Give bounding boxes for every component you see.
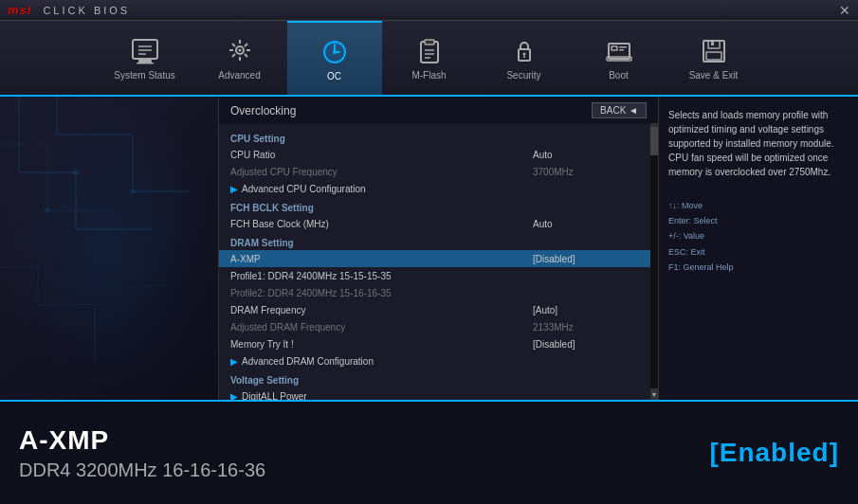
svg-point-35 (73, 170, 79, 175)
setting-name: CPU Ratio (230, 150, 533, 160)
close-button[interactable]: ✕ (839, 3, 850, 18)
title-bar: msi CLICK BIOS ✕ (0, 0, 858, 21)
svg-rect-28 (612, 46, 617, 50)
security-icon (507, 36, 541, 66)
setting-name: Profile1: DDR4 2400MHz 15-15-15-35 (230, 271, 647, 281)
setting-name: Memory Try It ! (230, 339, 533, 350)
nav-item-advanced[interactable]: Advanced (192, 21, 287, 95)
back-button[interactable]: BACK ◄ (592, 102, 647, 118)
setting-name: DRAM Frequency (230, 305, 533, 315)
advanced-icon (223, 36, 257, 66)
scroll-down-button[interactable]: ▼ (650, 388, 658, 400)
section-cpu: CPU Setting (219, 128, 658, 146)
hint-help: F1: General Help (668, 260, 849, 275)
setting-name: Profile2: DDR4 2400MHz 15-16-16-35 (230, 288, 647, 298)
row-adv-cpu-config[interactable]: ▶ Advanced CPU Configuration (219, 180, 658, 197)
nav-label-boot: Boot (609, 70, 629, 81)
setting-value: 3700MHz (533, 167, 647, 177)
mflash-icon (412, 36, 447, 66)
svg-rect-29 (619, 46, 627, 48)
row-adv-dram-config[interactable]: ▶ Advanced DRAM Configuration (219, 352, 658, 369)
svg-rect-30 (619, 49, 624, 51)
expand-arrow: ▶ (230, 184, 238, 194)
section-dram: DRAM Setting (219, 232, 658, 250)
panel-title: Overclocking (230, 104, 296, 117)
row-adj-dram-freq: Adjusted DRAM Frequency 2133MHz (219, 318, 658, 335)
nav-label-security: Security (506, 70, 540, 81)
svg-point-17 (333, 50, 337, 54)
scroll-thumb[interactable] (650, 127, 658, 155)
setting-value: Auto (533, 219, 647, 229)
svg-point-37 (130, 189, 136, 194)
save-exit-icon (697, 36, 731, 66)
nav-label-advanced: Advanced (218, 70, 260, 81)
oc-icon (318, 37, 352, 67)
right-panel: Selects and loads memory profile with op… (659, 97, 858, 400)
expand-arrow: ▶ (230, 391, 238, 401)
hint-select: Enter: Select (668, 213, 849, 228)
nav-label-oc: OC (327, 71, 341, 81)
setting-name: FCH Base Clock (MHz) (230, 219, 533, 229)
row-profile2: Profile2: DDR4 2400MHz 15-16-16-35 (219, 284, 658, 301)
setting-name: A-XMP (230, 254, 533, 264)
nav-item-security[interactable]: Security (477, 21, 572, 95)
svg-rect-34 (706, 52, 721, 60)
main-area: Overclocking BACK ◄ CPU Setting CPU Rati… (0, 97, 858, 400)
left-sidebar (0, 97, 218, 400)
nav-item-boot[interactable]: Boot (572, 21, 666, 95)
section-voltage: Voltage Setting (219, 369, 658, 387)
bios-title: CLICK BIOS (43, 5, 130, 16)
section-fch: FCH BCLK Setting (219, 197, 658, 215)
nav-item-oc[interactable]: OC (287, 21, 382, 95)
row-memory-try[interactable]: Memory Try It ! [Disabled] (219, 335, 658, 352)
settings-list[interactable]: CPU Setting CPU Ratio Auto Adjusted CPU … (219, 124, 658, 400)
svg-point-24 (522, 52, 525, 55)
nav-item-save-exit[interactable]: Save & Exit (666, 21, 761, 95)
row-profile1[interactable]: Profile1: DDR4 2400MHz 15-15-15-35 (219, 267, 658, 284)
svg-rect-1 (138, 60, 152, 63)
info-description: Selects and loads memory profile with op… (668, 108, 849, 179)
svg-line-15 (232, 54, 235, 57)
nav-label-mflash: M-Flash (411, 70, 446, 81)
row-dram-freq[interactable]: DRAM Frequency [Auto] (219, 301, 658, 318)
expand-arrow: ▶ (230, 356, 238, 367)
svg-line-14 (245, 44, 247, 46)
setting-value: [Disabled] (533, 254, 647, 264)
bottom-bar: A-XMP DDR4 3200MHz 16-16-16-36 [Enabled] (0, 400, 858, 504)
svg-rect-0 (133, 40, 157, 59)
svg-point-7 (238, 48, 241, 51)
msi-logo: msi (8, 3, 31, 17)
nav-item-mflash[interactable]: M-Flash (382, 21, 477, 95)
bottom-subtitle: DDR4 3200MHz 16-16-16-36 (19, 459, 709, 481)
scroll-bar[interactable]: ▲ ▼ (650, 123, 658, 400)
nav-label-system-status: System Status (114, 70, 174, 81)
panel-header: Overclocking BACK ◄ (219, 97, 658, 124)
setting-value: 2133MHz (533, 322, 647, 333)
row-cpu-ratio[interactable]: CPU Ratio Auto (219, 146, 658, 163)
svg-rect-33 (711, 42, 714, 45)
hint-exit: ESC: Exit (668, 244, 849, 260)
key-hints: ↑↓: Move Enter: Select +/-: Value ESC: E… (668, 198, 849, 275)
row-axmp[interactable]: A-XMP [Disabled] (219, 250, 658, 267)
svg-rect-19 (425, 40, 434, 45)
setting-name: Advanced DRAM Configuration (242, 356, 647, 367)
row-digitall-power[interactable]: ▶ DigitALL Power (219, 387, 658, 400)
svg-point-36 (45, 207, 50, 213)
boot-icon (602, 36, 636, 66)
setting-value: [Disabled] (533, 339, 647, 350)
system-status-icon (128, 36, 162, 66)
bottom-title: A-XMP (19, 425, 709, 456)
center-panel: Overclocking BACK ◄ CPU Setting CPU Rati… (218, 97, 659, 400)
nav-bar: System Status Advanced (0, 21, 858, 97)
bottom-value: [Enabled] (709, 438, 839, 468)
setting-name: Advanced CPU Configuration (242, 184, 647, 194)
hint-move: ↑↓: Move (668, 198, 849, 213)
svg-rect-2 (137, 63, 154, 64)
bottom-left: A-XMP DDR4 3200MHz 16-16-16-36 (19, 425, 709, 481)
setting-name: Adjusted CPU Frequency (230, 167, 533, 177)
nav-label-save-exit: Save & Exit (689, 70, 739, 81)
setting-value: [Auto] (533, 305, 647, 315)
nav-item-system-status[interactable]: System Status (98, 21, 192, 95)
row-fch-base-clock[interactable]: FCH Base Clock (MHz) Auto (219, 215, 658, 232)
setting-name: Adjusted DRAM Frequency (230, 322, 533, 333)
